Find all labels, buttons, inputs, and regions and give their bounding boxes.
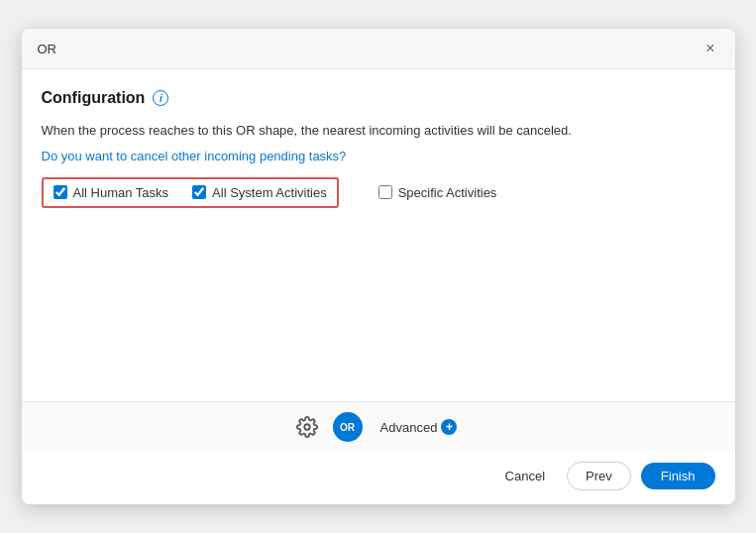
advanced-button[interactable]: Advanced +	[375, 415, 464, 439]
advanced-plus-icon: +	[441, 419, 457, 435]
prev-button[interactable]: Prev	[567, 462, 631, 490]
question-text: Do you want to cancel other incoming pen…	[42, 149, 715, 163]
all-system-activities-checkbox-item[interactable]: All System Activities	[192, 185, 327, 200]
or-badge[interactable]: OR	[333, 412, 363, 442]
specific-activities-label: Specific Activities	[398, 185, 497, 200]
finish-button[interactable]: Finish	[641, 463, 715, 489]
checkbox-group: All Human Tasks All System Activities Sp…	[42, 177, 715, 208]
or-configuration-dialog: OR × Configuration i When the process re…	[22, 29, 735, 504]
advanced-label: Advanced	[380, 420, 438, 435]
all-human-tasks-label: All Human Tasks	[73, 185, 169, 200]
svg-point-0	[304, 424, 310, 430]
close-button[interactable]: ×	[702, 39, 718, 58]
section-title: Configuration i	[42, 89, 715, 107]
all-system-activities-label: All System Activities	[212, 185, 327, 200]
section-title-text: Configuration	[42, 89, 146, 107]
all-human-tasks-checkbox[interactable]	[54, 185, 67, 199]
footer-bottom: Cancel Prev Finish	[22, 452, 735, 504]
dialog-body: Configuration i When the process reaches…	[22, 69, 735, 401]
specific-activities-checkbox[interactable]	[378, 185, 392, 199]
all-system-activities-checkbox[interactable]	[192, 185, 206, 199]
cancel-button[interactable]: Cancel	[493, 463, 557, 489]
highlighted-checkbox-container: All Human Tasks All System Activities	[42, 177, 339, 208]
specific-activities-checkbox-item[interactable]: Specific Activities	[378, 185, 497, 200]
description-text: When the process reaches to this OR shap…	[42, 121, 715, 141]
info-icon[interactable]: i	[153, 90, 168, 106]
settings-icon[interactable]	[293, 413, 321, 441]
dialog-title: OR	[38, 42, 57, 56]
dialog-header: OR ×	[22, 29, 735, 69]
footer-top: OR Advanced +	[22, 401, 735, 452]
all-human-tasks-checkbox-item[interactable]: All Human Tasks	[54, 185, 169, 200]
